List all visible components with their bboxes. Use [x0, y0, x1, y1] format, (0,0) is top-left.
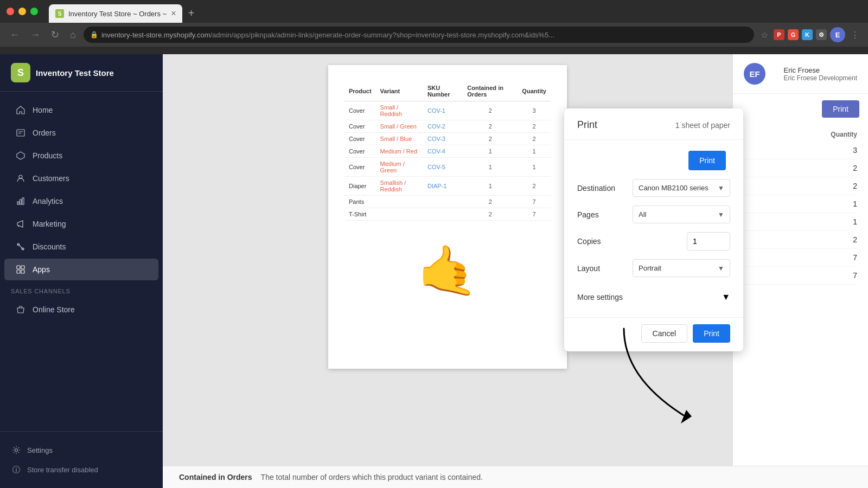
col-header-variant: Variant [376, 81, 423, 101]
print-button[interactable]: Print [693, 324, 730, 343]
sidebar-item-online-store[interactable]: Online Store [4, 299, 158, 320]
destination-select[interactable]: Canon MB2100 series ▼ [633, 179, 730, 197]
minimize-button[interactable] [18, 8, 26, 15]
sidebar-item-online-store-label: Online Store [33, 305, 75, 314]
table-cell-sku: COV-3 [423, 133, 463, 145]
settings-label: Settings [27, 446, 53, 454]
list-item: 2 [744, 159, 857, 177]
extension-icon-4[interactable]: ⚙ [816, 29, 827, 40]
sidebar-item-products-label: Products [33, 151, 62, 160]
profile-name: Eric Froese [784, 66, 857, 74]
bottom-bar: Contained in Orders The total number of … [163, 466, 868, 488]
table-cell-variant: Small / Green [376, 120, 423, 133]
menu-icon[interactable]: ⋮ [848, 28, 861, 42]
more-settings-row[interactable]: More settings ▼ [577, 286, 730, 309]
table-cell-quantity: 2 [518, 120, 551, 133]
maximize-button[interactable] [30, 8, 38, 15]
sidebar-item-home[interactable]: Home [4, 99, 158, 121]
sidebar-item-discounts[interactable]: Discounts [4, 236, 158, 258]
copies-input[interactable] [687, 232, 730, 251]
copies-row: Copies [577, 232, 730, 251]
sidebar-item-products[interactable]: Products [4, 145, 158, 166]
print-table: Product Variant SKU Number Contained in … [344, 81, 551, 221]
sidebar-item-apps-label: Apps [33, 265, 50, 274]
layout-chevron-icon: ▼ [718, 265, 724, 272]
hand-area: 🤙 [344, 221, 551, 321]
discounts-icon [15, 241, 26, 252]
pages-chevron-icon: ▼ [718, 211, 724, 219]
toolbar-icons: ☆ P G K ⚙ E ⋮ [758, 27, 861, 42]
profile-avatar-browser[interactable]: E [830, 27, 845, 42]
table-cell-quantity: 1 [518, 158, 551, 177]
forward-button[interactable]: → [27, 27, 43, 43]
list-item: 1 [744, 195, 857, 213]
col-header-product: Product [344, 81, 376, 101]
extension-icon-2[interactable]: G [788, 29, 799, 40]
table-cell-contained: 1 [463, 158, 518, 177]
layout-value: Portrait [639, 264, 713, 272]
sidebar-item-analytics-label: Analytics [33, 197, 63, 206]
svg-rect-6 [17, 266, 20, 269]
star-icon[interactable]: ☆ [758, 28, 770, 42]
app-body: S Inventory Test Store Home Orders Pro [0, 54, 868, 488]
marketing-icon [15, 219, 26, 229]
sidebar-item-customers-label: Customers [33, 174, 69, 183]
svg-marker-1 [17, 152, 24, 159]
new-tab-button[interactable]: + [183, 5, 199, 21]
table-row: Cover Small / Blue COV-3 2 2 [344, 133, 551, 145]
list-item: 2 [744, 177, 857, 195]
table-cell-contained: 2 [463, 120, 518, 133]
main-content: Product Variant SKU Number Contained in … [163, 54, 868, 488]
destination-value: Canon MB2100 series [639, 184, 713, 192]
reload-button[interactable]: ↻ [48, 27, 62, 43]
print-dialog-top-print-button[interactable]: Print [688, 151, 726, 170]
store-header: S Inventory Test Store [0, 54, 163, 92]
print-dialog-footer: Cancel Print [564, 317, 743, 351]
svg-rect-3 [17, 202, 19, 204]
destination-label: Destination [577, 184, 615, 192]
sidebar-item-orders[interactable]: Orders [4, 122, 158, 144]
tab-close-button[interactable]: × [171, 9, 176, 18]
table-cell-quantity: 1 [518, 145, 551, 158]
extension-icon-1[interactable]: P [774, 29, 784, 40]
sidebar-item-apps[interactable]: Apps [4, 259, 158, 280]
table-cell-product: Diaper [344, 177, 376, 196]
table-cell-contained: 2 [463, 101, 518, 120]
settings-item[interactable]: Settings [11, 440, 152, 460]
pages-select[interactable]: All ▼ [633, 206, 730, 223]
close-button[interactable] [7, 8, 14, 15]
table-row: Pants 2 7 [344, 196, 551, 208]
home-nav-button[interactable]: ⌂ [67, 27, 79, 43]
table-cell-variant [376, 196, 423, 208]
table-cell-product: Pants [344, 196, 376, 208]
address-bar[interactable]: 🔒 inventory-test-store.myshopify.com/adm… [84, 27, 754, 43]
sidebar-item-analytics[interactable]: Analytics [4, 190, 158, 212]
table-cell-quantity: 3 [518, 101, 551, 120]
table-row: T-Shirt 2 7 [344, 208, 551, 221]
right-panel-print-button[interactable]: Print [822, 100, 859, 118]
cancel-button[interactable]: Cancel [641, 324, 688, 343]
extension-icon-3[interactable]: K [802, 29, 813, 40]
table-cell-quantity: 2 [518, 133, 551, 145]
sidebar-item-home-label: Home [33, 106, 53, 114]
sidebar-item-customers[interactable]: Customers [4, 168, 158, 189]
table-cell-product: Cover [344, 133, 376, 145]
table-cell-product: T-Shirt [344, 208, 376, 221]
hand-emoji: 🤙 [417, 242, 478, 299]
list-item: 7 [744, 249, 857, 267]
sales-channels-label: Sales Channels [0, 281, 163, 298]
sidebar-item-marketing[interactable]: Marketing [4, 213, 158, 235]
list-item: 1 [744, 213, 857, 231]
store-transfer-label: Store transfer disabled [27, 466, 98, 474]
store-name: Inventory Test Store [36, 68, 114, 78]
info-icon [11, 464, 22, 475]
table-cell-sku: COV-5 [423, 158, 463, 177]
table-cell-sku: COV-4 [423, 145, 463, 158]
back-button[interactable]: ← [7, 27, 23, 43]
browser-tabs: S Inventory Test Store ~ Orders ~ × + [44, 0, 203, 23]
sidebar-item-orders-label: Orders [33, 129, 56, 137]
active-tab[interactable]: S Inventory Test Store ~ Orders ~ × [49, 4, 182, 23]
svg-rect-5 [22, 198, 24, 204]
table-row: Cover Small / Reddish COV-1 2 3 [344, 101, 551, 120]
layout-select[interactable]: Portrait ▼ [633, 259, 730, 277]
